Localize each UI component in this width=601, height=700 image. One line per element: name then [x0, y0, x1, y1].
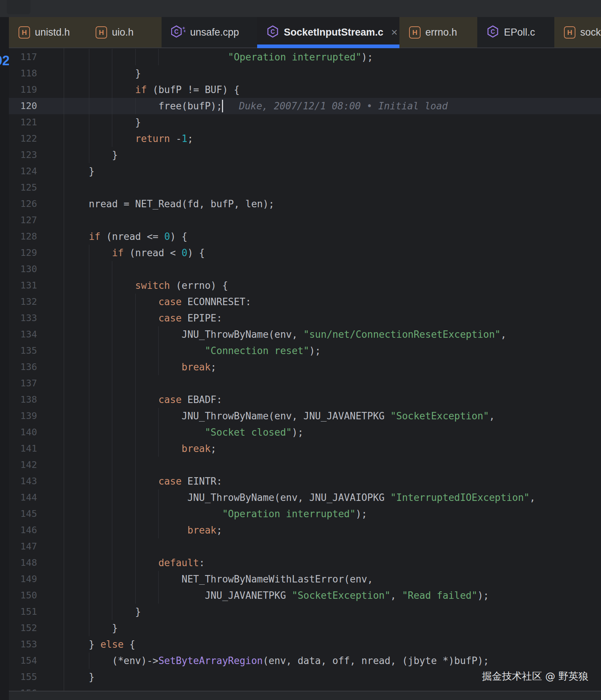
- line-number[interactable]: 118: [9, 65, 37, 82]
- tab-label: uio.h: [112, 27, 134, 38]
- inline-blame-annotation[interactable]: Duke, 2007/12/1 08:00 • Initial load: [239, 98, 448, 114]
- code-line[interactable]: 131 switch (errno) {: [0, 277, 601, 294]
- code-text: NET_ThrowByNameWithLastError(env,: [66, 571, 373, 587]
- code-line[interactable]: 117 "Operation interrupted");: [0, 49, 601, 65]
- tab-socke[interactable]: Hsocke: [554, 17, 601, 47]
- line-number[interactable]: 150: [9, 587, 37, 604]
- code-line[interactable]: 135 "Connection reset");: [0, 343, 601, 359]
- window-top-bar: [0, 0, 601, 17]
- code-line[interactable]: 125: [0, 179, 601, 196]
- code-line[interactable]: 119 if (bufP != BUF) {: [0, 82, 601, 98]
- code-line[interactable]: 150 JNU_JAVANETPKG "SocketException", "R…: [0, 587, 601, 604]
- line-number[interactable]: 134: [9, 326, 37, 343]
- code-line[interactable]: 153 } else {: [0, 636, 601, 653]
- gutter-separator: [64, 48, 64, 691]
- line-number[interactable]: 132: [9, 294, 37, 310]
- line-number[interactable]: 148: [9, 555, 37, 571]
- code-text: "Socket closed");: [66, 424, 303, 440]
- code-line[interactable]: 128 if (nread <= 0) {: [0, 228, 601, 245]
- line-number[interactable]: 152: [9, 620, 37, 636]
- line-number[interactable]: 122: [9, 131, 37, 147]
- code-text: "Operation interrupted");: [66, 506, 367, 522]
- line-number[interactable]: 138: [9, 392, 37, 408]
- line-number[interactable]: 136: [9, 359, 37, 375]
- line-number[interactable]: 117: [9, 49, 37, 65]
- line-number[interactable]: 130: [9, 261, 37, 277]
- line-number[interactable]: 147: [9, 538, 37, 555]
- line-number[interactable]: 129: [9, 245, 37, 261]
- code-line[interactable]: 121 }: [0, 114, 601, 131]
- line-number[interactable]: 128: [9, 228, 37, 245]
- line-number[interactable]: 121: [9, 114, 37, 131]
- code-line[interactable]: 146 break;: [0, 522, 601, 538]
- line-number[interactable]: 123: [9, 147, 37, 163]
- code-line[interactable]: 151 }: [0, 604, 601, 620]
- code-line[interactable]: 147: [0, 538, 601, 555]
- line-number[interactable]: 141: [9, 440, 37, 457]
- code-line[interactable]: 120 free(bufP);Duke, 2007/12/1 08:00 • I…: [0, 98, 601, 114]
- line-number[interactable]: 145: [9, 506, 37, 522]
- line-number[interactable]: 131: [9, 277, 37, 294]
- line-number[interactable]: 143: [9, 473, 37, 489]
- tab-epoll-c[interactable]: CEPoll.c: [477, 17, 554, 47]
- code-line[interactable]: 130: [0, 261, 601, 277]
- line-number[interactable]: 124: [9, 163, 37, 179]
- close-icon[interactable]: ×: [391, 27, 398, 38]
- line-number[interactable]: 151: [9, 604, 37, 620]
- code-text: default:: [66, 555, 205, 571]
- code-line[interactable]: 138 case EBADF:: [0, 392, 601, 408]
- line-number[interactable]: 154: [9, 653, 37, 669]
- code-line[interactable]: 137: [0, 375, 601, 392]
- code-line[interactable]: 136 break;: [0, 359, 601, 375]
- code-line[interactable]: 124 }: [0, 163, 601, 179]
- code-line[interactable]: 127: [0, 212, 601, 228]
- line-number[interactable]: 137: [9, 375, 37, 392]
- code-line[interactable]: 118 }: [0, 65, 601, 82]
- code-text: }: [66, 114, 141, 131]
- code-line[interactable]: 122 return -1;: [0, 131, 601, 147]
- code-line[interactable]: 141 break;: [0, 440, 601, 457]
- code-text: }: [66, 147, 118, 163]
- line-number[interactable]: 142: [9, 457, 37, 473]
- line-number[interactable]: 140: [9, 424, 37, 440]
- line-number[interactable]: 126: [9, 196, 37, 212]
- tab-uio-h[interactable]: Huio.h: [86, 17, 162, 47]
- code-line[interactable]: 154 (*env)->SetByteArrayRegion(env, data…: [0, 653, 601, 669]
- code-text: JNU_JAVANETPKG "SocketException", "Read …: [66, 587, 489, 604]
- code-line[interactable]: 152 }: [0, 620, 601, 636]
- code-line[interactable]: 143 case EINTR:: [0, 473, 601, 489]
- code-line[interactable]: 148 default:: [0, 555, 601, 571]
- line-number[interactable]: 133: [9, 310, 37, 326]
- code-line[interactable]: 149 NET_ThrowByNameWithLastError(env,: [0, 571, 601, 587]
- code-line[interactable]: 144 JNU_ThrowByName(env, JNU_JAVAIOPKG "…: [0, 489, 601, 506]
- line-number[interactable]: 127: [9, 212, 37, 228]
- code-line[interactable]: 140 "Socket closed");: [0, 424, 601, 440]
- line-number[interactable]: 144: [9, 489, 37, 506]
- line-number[interactable]: 153: [9, 636, 37, 653]
- line-number[interactable]: 135: [9, 343, 37, 359]
- code-line[interactable]: 145 "Operation interrupted");: [0, 506, 601, 522]
- code-line[interactable]: 129 if (nread < 0) {: [0, 245, 601, 261]
- svg-text:C: C: [270, 29, 275, 35]
- line-number[interactable]: 139: [9, 408, 37, 424]
- editor[interactable]: 117 "Operation interrupted");118 }119 if…: [0, 48, 601, 691]
- tab-socketinputstream-c[interactable]: CSocketInputStream.c×: [257, 17, 399, 47]
- line-number[interactable]: 125: [9, 179, 37, 196]
- code-line[interactable]: 123 }: [0, 147, 601, 163]
- code-line[interactable]: 139 JNU_ThrowByName(env, JNU_JAVANETPKG …: [0, 408, 601, 424]
- tab-errno-h[interactable]: Herrno.h: [399, 17, 477, 47]
- code-line[interactable]: 126 nread = NET_Read(fd, bufP, len);: [0, 196, 601, 212]
- code-line[interactable]: 142: [0, 457, 601, 473]
- line-number[interactable]: 155: [9, 669, 37, 685]
- line-number[interactable]: 146: [9, 522, 37, 538]
- code-line[interactable]: 132 case ECONNRESET:: [0, 294, 601, 310]
- code-text: JNU_ThrowByName(env, "sun/net/Connection…: [66, 326, 507, 343]
- line-number[interactable]: 120: [9, 98, 37, 114]
- code-line[interactable]: 133 case EPIPE:: [0, 310, 601, 326]
- tab-unistd-h[interactable]: Hunistd.h: [9, 17, 86, 47]
- tab-unsafe-cpp[interactable]: C++unsafe.cpp: [162, 17, 257, 47]
- line-number[interactable]: 119: [9, 82, 37, 98]
- line-number[interactable]: 149: [9, 571, 37, 587]
- code-area[interactable]: 117 "Operation interrupted");118 }119 if…: [0, 49, 601, 691]
- code-line[interactable]: 134 JNU_ThrowByName(env, "sun/net/Connec…: [0, 326, 601, 343]
